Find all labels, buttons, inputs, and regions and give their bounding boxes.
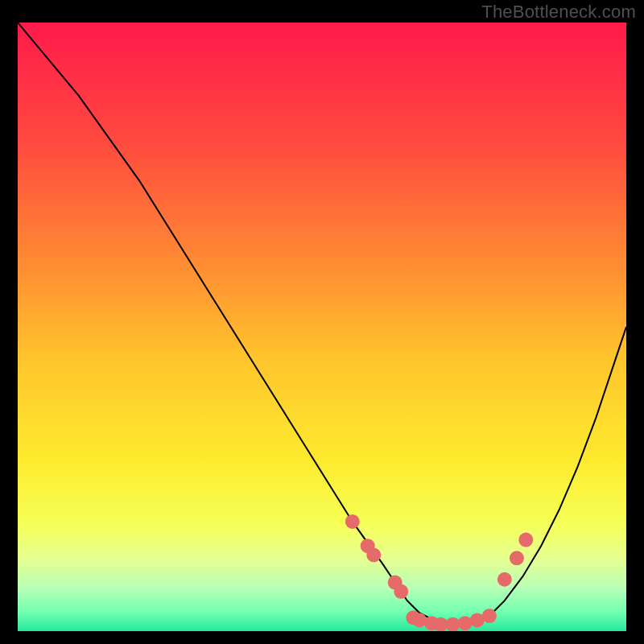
curve-layer [18,23,626,631]
highlight-dot [366,548,381,563]
bottleneck-curve [18,23,626,625]
highlight-dot [497,572,512,587]
highlight-dot [345,514,360,529]
highlight-dot [482,609,497,623]
highlight-dot [510,551,524,565]
highlight-dot [412,613,427,627]
highlight-dot [394,584,408,599]
plot-area [18,23,626,631]
watermark-text: TheBottleneck.com [481,2,636,23]
highlight-dot [518,533,533,547]
highlight-dot [458,616,473,630]
highlight-dots [345,514,533,631]
chart-frame: TheBottleneck.com [0,0,644,644]
